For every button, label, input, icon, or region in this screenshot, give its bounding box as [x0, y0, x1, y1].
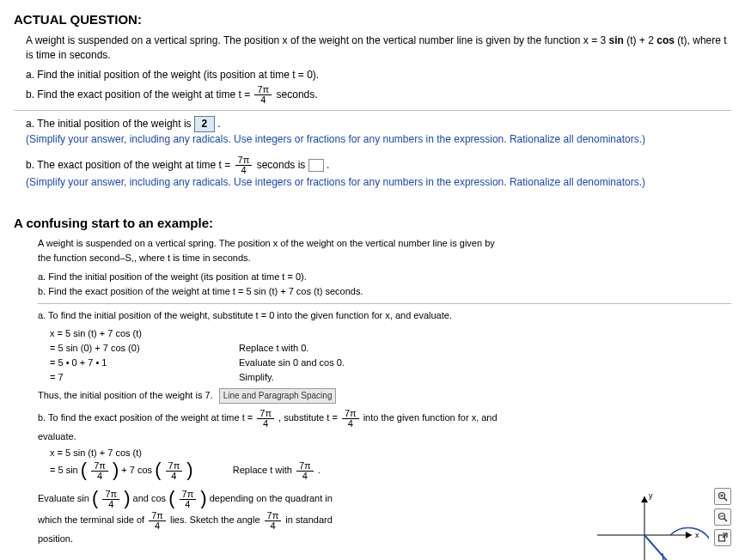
- lparen-icon: (: [81, 462, 87, 478]
- ex-statement-1: A weight is suspended on a vertical spri…: [38, 237, 731, 250]
- actual-question-title: ACTUAL QUESTION:: [14, 10, 731, 28]
- ex-evaluate: evaluate.: [38, 430, 731, 443]
- popout-icon[interactable]: [714, 529, 731, 546]
- ex-replace-pre: Replace t with: [233, 465, 295, 475]
- figure-tool-column: [714, 488, 731, 546]
- ex-eval-pre: Evaluate sin: [38, 493, 92, 503]
- svg-text:y: y: [649, 491, 653, 500]
- ex-frac-8: 7π4: [149, 511, 166, 531]
- zoom-in-icon[interactable]: [714, 488, 731, 505]
- part-b-suffix: seconds.: [277, 88, 318, 100]
- ex-frac-5: 7π4: [296, 461, 314, 481]
- answer-b-period: .: [327, 159, 329, 171]
- svg-line-9: [724, 497, 728, 501]
- answer-b-prefix: b. The exact position of the weight at t…: [26, 159, 234, 171]
- ex-b-intro-pre: b. To find the exact position of the wei…: [38, 412, 255, 423]
- hint-b: (Simplify your answer, including any rad…: [26, 175, 731, 190]
- ex-frac-2: 7π4: [342, 409, 359, 429]
- ex-sub-pre: = 5 sin: [50, 465, 81, 475]
- ex-frac-1: 7π4: [257, 409, 274, 429]
- ex-l2-right: Replace t with 0.: [239, 342, 731, 355]
- part-b-question: b. Find the exact position of the weight…: [26, 85, 731, 105]
- hint-a: (Simplify your answer, including any rad…: [26, 132, 731, 147]
- ex-eval-suf: depending on the quadrant in: [210, 493, 333, 503]
- answer-a-prefix: a. The initial position of the weight is: [26, 118, 194, 130]
- cos-bold: cos: [656, 34, 675, 46]
- ex-l1-left: x = 5 sin (t) + 7 cos (t): [50, 327, 239, 340]
- part-a-question: a. Find the initial position of the weig…: [26, 68, 731, 82]
- ex-which-mid: lies. Sketch the angle: [170, 514, 263, 525]
- ex-which-suf: in standard: [285, 514, 332, 525]
- answer-b-mid: seconds is: [257, 159, 308, 171]
- ex-l4-left: = 7: [50, 371, 239, 384]
- stmt-prefix: A weight is suspended on a vertical spri…: [26, 34, 609, 46]
- fraction-7pi-4-b: 7π4: [235, 155, 253, 175]
- ex-l3-right: Evaluate sin 0 and cos 0.: [239, 356, 731, 369]
- lparen-icon-3: (: [92, 490, 98, 506]
- ex-part-a: a. Find the initial position of the weig…: [38, 271, 731, 283]
- ex-eval-line: Evaluate sin ( 7π4 ) and cos ( 7π4 ) dep…: [38, 490, 580, 509]
- ex-frac-3: 7π4: [91, 461, 108, 481]
- rparen-icon: ): [113, 462, 119, 478]
- stmt-mid: (t) + 2: [624, 34, 656, 46]
- ex-replace-suf: .: [318, 465, 321, 475]
- sin-bold: sin: [609, 34, 624, 46]
- answer-a-line: a. The initial position of the weight is…: [26, 116, 731, 132]
- answer-a-period: .: [217, 118, 220, 130]
- ex-frac-9: 7π4: [265, 511, 282, 531]
- angle-diagram: x y: [589, 488, 709, 560]
- lparen-icon-2: (: [155, 462, 161, 478]
- ex-position: position.: [38, 533, 580, 545]
- ex-line-sub: = 5 sin ( 7π4 ) + 7 cos ( 7π4 ) Replace …: [50, 461, 731, 481]
- rparen-icon-4: ): [200, 490, 206, 506]
- svg-marker-3: [641, 496, 648, 502]
- ex-divider: [38, 303, 731, 304]
- answer-b-input[interactable]: [308, 159, 324, 172]
- fraction-7pi-4: 7π4: [254, 85, 272, 105]
- problem-statement: A weight is suspended on a vertical spri…: [26, 33, 731, 63]
- ex-frac-6: 7π4: [102, 490, 119, 509]
- ex-b-intro-suf: into the given function for x, and: [363, 412, 498, 423]
- ex-frac-7: 7π4: [180, 490, 197, 509]
- tooltip-spacing[interactable]: Line and Paragraph Spacing: [219, 388, 337, 404]
- lparen-icon-4: (: [168, 490, 174, 506]
- ex-which-pre: which the terminal side of: [38, 514, 147, 525]
- ex-b-intro-mid: , substitute t =: [278, 412, 340, 423]
- zoom-out-icon[interactable]: [714, 508, 731, 526]
- ex-l2-left: = 5 sin (0) + 7 cos (0): [50, 342, 239, 355]
- ex-thus-line: Thus, the initial position of the weight…: [38, 388, 731, 404]
- example-title: A confusing start to an example:: [14, 214, 731, 232]
- svg-text:x: x: [695, 531, 699, 539]
- svg-marker-2: [686, 532, 692, 539]
- ex-l4-right: Simplify.: [239, 371, 731, 384]
- ex-sub-mid: + 7 cos: [121, 465, 155, 475]
- ex-frac-4: 7π4: [166, 461, 183, 481]
- frac-den: 4: [254, 95, 272, 105]
- rparen-icon-2: ): [186, 462, 192, 478]
- answer-b-line: b. The exact position of the weight at t…: [26, 155, 731, 175]
- ex-statement-2: the function second–S,, where t is time …: [38, 252, 731, 265]
- ex-eval-mid: and cos: [133, 493, 169, 503]
- svg-line-6: [644, 535, 675, 560]
- ex-which-line: which the terminal side of 7π4 lies. Ske…: [38, 511, 580, 531]
- divider: [14, 110, 731, 111]
- ex-b-intro: b. To find the exact position of the wei…: [38, 409, 731, 429]
- ex-step-a-intro: a. To find the initial position of the w…: [38, 309, 731, 322]
- answer-a-input[interactable]: 2: [194, 116, 215, 132]
- ex-part-b: b. Find the exact position of the weight…: [38, 285, 731, 298]
- part-b-prefix: b. Find the exact position of the weight…: [26, 88, 253, 100]
- ex-thus: Thus, the initial position of the weight…: [38, 390, 213, 400]
- ex-l3-left: = 5 • 0 + 7 • 1: [50, 356, 239, 369]
- svg-line-13: [724, 518, 728, 521]
- rparen-icon-3: ): [124, 490, 130, 506]
- frac-den-b: 4: [235, 166, 253, 175]
- ex-line-x: x = 5 sin (t) + 7 cos (t): [50, 447, 731, 460]
